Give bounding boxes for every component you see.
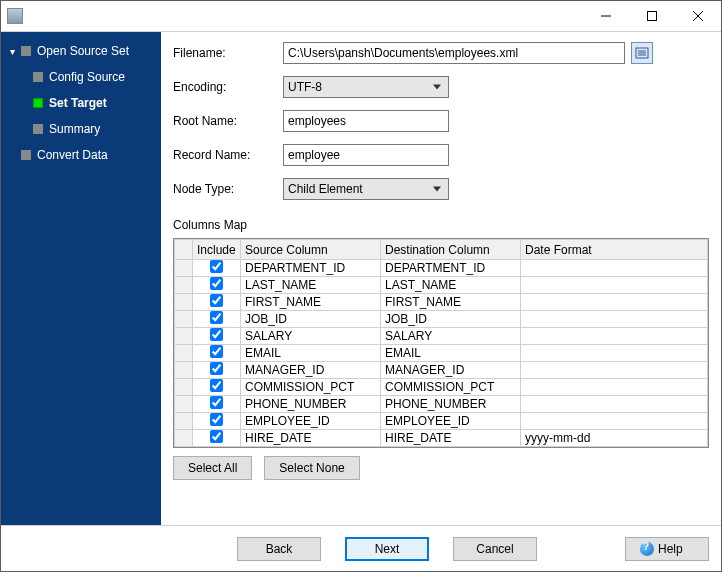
table-row[interactable]: EMPLOYEE_IDEMPLOYEE_ID [175,413,708,430]
row-selector[interactable] [175,311,193,328]
include-cell[interactable] [193,328,241,345]
dateformat-cell[interactable] [521,396,708,413]
destination-cell[interactable]: DEPARTMENT_ID [381,260,521,277]
source-cell[interactable]: EMAIL [241,345,381,362]
include-cell[interactable] [193,345,241,362]
destination-cell[interactable]: LAST_NAME [381,277,521,294]
row-selector[interactable] [175,345,193,362]
destination-cell[interactable]: COMMISSION_PCT [381,379,521,396]
dateformat-cell[interactable]: yyyy-mm-dd [521,430,708,447]
row-selector[interactable] [175,328,193,345]
dateformat-cell[interactable] [521,260,708,277]
sidebar-item-config-source[interactable]: Config Source [1,64,161,90]
table-row[interactable]: MANAGER_IDMANAGER_ID [175,362,708,379]
root-name-input[interactable] [283,110,449,132]
dateformat-cell[interactable] [521,379,708,396]
source-cell[interactable]: PHONE_NUMBER [241,396,381,413]
row-selector[interactable] [175,396,193,413]
cancel-button[interactable]: Cancel [453,537,537,561]
table-row[interactable]: DEPARTMENT_IDDEPARTMENT_ID [175,260,708,277]
close-button[interactable] [675,1,721,31]
row-selector[interactable] [175,430,193,447]
browse-button[interactable] [631,42,653,64]
include-checkbox[interactable] [210,294,223,307]
encoding-combo[interactable]: UTF-8 [283,76,449,98]
sidebar-item-set-target[interactable]: Set Target [1,90,161,116]
include-checkbox[interactable] [210,260,223,273]
col-header-include[interactable]: Include [193,240,241,260]
table-row[interactable]: PHONE_NUMBERPHONE_NUMBER [175,396,708,413]
row-selector[interactable] [175,277,193,294]
row-selector[interactable] [175,379,193,396]
sidebar-item-open-source-set[interactable]: ▾ Open Source Set [1,38,161,64]
destination-cell[interactable]: PHONE_NUMBER [381,396,521,413]
destination-cell[interactable]: HIRE_DATE [381,430,521,447]
source-cell[interactable]: COMMISSION_PCT [241,379,381,396]
row-selector[interactable] [175,362,193,379]
destination-cell[interactable]: SALARY [381,328,521,345]
include-checkbox[interactable] [210,413,223,426]
destination-cell[interactable]: MANAGER_ID [381,362,521,379]
table-row[interactable]: HIRE_DATEHIRE_DATEyyyy-mm-dd [175,430,708,447]
table-row[interactable]: LAST_NAMELAST_NAME [175,277,708,294]
node-type-combo[interactable]: Child Element [283,178,449,200]
source-cell[interactable]: LAST_NAME [241,277,381,294]
select-all-button[interactable]: Select All [173,456,252,480]
destination-cell[interactable]: JOB_ID [381,311,521,328]
dateformat-cell[interactable] [521,345,708,362]
col-header-dateformat[interactable]: Date Format [521,240,708,260]
filename-input[interactable] [283,42,625,64]
table-row[interactable]: SALARYSALARY [175,328,708,345]
dateformat-cell[interactable] [521,277,708,294]
include-checkbox[interactable] [210,396,223,409]
sidebar-item-convert-data[interactable]: Convert Data [1,142,161,168]
include-checkbox[interactable] [210,328,223,341]
table-row[interactable]: FIRST_NAMEFIRST_NAME [175,294,708,311]
include-checkbox[interactable] [210,362,223,375]
dateformat-cell[interactable] [521,328,708,345]
maximize-button[interactable] [629,1,675,31]
help-button[interactable]: Help [625,537,709,561]
dateformat-cell[interactable] [521,362,708,379]
include-checkbox[interactable] [210,277,223,290]
destination-cell[interactable]: EMPLOYEE_ID [381,413,521,430]
include-cell[interactable] [193,260,241,277]
row-selector[interactable] [175,413,193,430]
destination-cell[interactable]: FIRST_NAME [381,294,521,311]
include-cell[interactable] [193,294,241,311]
source-cell[interactable]: DEPARTMENT_ID [241,260,381,277]
back-button[interactable]: Back [237,537,321,561]
source-cell[interactable]: HIRE_DATE [241,430,381,447]
source-cell[interactable]: JOB_ID [241,311,381,328]
select-none-button[interactable]: Select None [264,456,359,480]
destination-cell[interactable]: EMAIL [381,345,521,362]
record-name-input[interactable] [283,144,449,166]
dateformat-cell[interactable] [521,413,708,430]
source-cell[interactable]: SALARY [241,328,381,345]
include-cell[interactable] [193,413,241,430]
include-cell[interactable] [193,362,241,379]
table-row[interactable]: EMAILEMAIL [175,345,708,362]
next-button[interactable]: Next [345,537,429,561]
col-header-destination[interactable]: Destination Column [381,240,521,260]
include-checkbox[interactable] [210,345,223,358]
row-selector[interactable] [175,294,193,311]
minimize-button[interactable] [583,1,629,31]
source-cell[interactable]: EMPLOYEE_ID [241,413,381,430]
source-cell[interactable]: FIRST_NAME [241,294,381,311]
col-header-source[interactable]: Source Column [241,240,381,260]
dateformat-cell[interactable] [521,311,708,328]
include-cell[interactable] [193,379,241,396]
row-selector[interactable] [175,260,193,277]
include-checkbox[interactable] [210,379,223,392]
table-row[interactable]: COMMISSION_PCTCOMMISSION_PCT [175,379,708,396]
include-checkbox[interactable] [210,311,223,324]
dateformat-cell[interactable] [521,294,708,311]
include-cell[interactable] [193,311,241,328]
table-row[interactable]: JOB_IDJOB_ID [175,311,708,328]
sidebar-item-summary[interactable]: Summary [1,116,161,142]
include-cell[interactable] [193,396,241,413]
include-cell[interactable] [193,277,241,294]
source-cell[interactable]: MANAGER_ID [241,362,381,379]
include-checkbox[interactable] [210,430,223,443]
